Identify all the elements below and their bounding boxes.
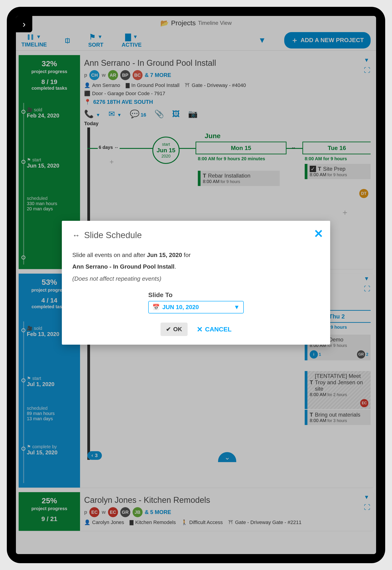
cancel-button[interactable]: ✕ CANCEL (197, 325, 232, 334)
close-icon: ✕ (197, 325, 203, 334)
ok-button[interactable]: ✔ OK (161, 323, 188, 336)
slide-icon: ↔ (72, 231, 80, 240)
modal-close-button[interactable]: ✕ (314, 227, 323, 240)
modal-title: ↔ Slide Schedule (72, 230, 320, 240)
modal-note: (Does not affect repeating events) (72, 275, 161, 282)
chevron-down-icon: ▼ (234, 304, 240, 311)
ok-label: OK (173, 326, 182, 333)
calendar-icon: 📅 (152, 304, 160, 311)
chevron-right-icon: › (23, 19, 26, 29)
modal-body: Slide all events on and after Jun 15, 20… (72, 252, 320, 282)
modal-intro-date: Jun 15, 2020 (147, 252, 182, 258)
check-icon: ✔ (166, 326, 171, 333)
modal-intro-suffix: for (182, 252, 191, 258)
slide-to-date-picker[interactable]: 📅 JUN 10, 2020 ▼ (148, 301, 244, 314)
modal-title-text: Slide Schedule (84, 230, 142, 240)
drawer-toggle[interactable]: › (16, 16, 32, 32)
cancel-label: CANCEL (205, 326, 232, 333)
close-icon: ✕ (314, 227, 323, 240)
modal-intro-prefix: Slide all events on and after (72, 252, 147, 258)
slide-to-date-value: JUN 10, 2020 (162, 304, 199, 311)
modal-project-name: Ann Serrano - In Ground Pool Install (72, 263, 174, 270)
slide-schedule-modal: ↔ Slide Schedule ✕ Slide all events on a… (62, 221, 330, 345)
slide-to-label: Slide To (148, 291, 244, 299)
